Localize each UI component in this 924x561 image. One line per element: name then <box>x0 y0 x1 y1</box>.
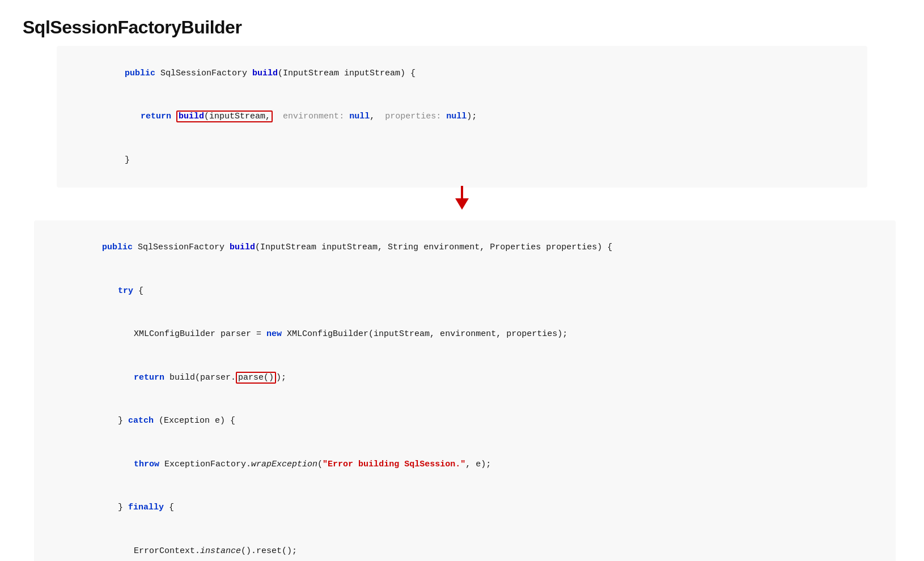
section-title-sqlfactory: SqlSessionFactoryBuilder <box>23 17 901 38</box>
code-line: XMLConfigBuilder parser = new XMLConfigB… <box>45 313 884 356</box>
code-line: } <box>68 138 856 182</box>
code-line: try { <box>45 269 884 313</box>
code-block-1: public SqlSessionFactory build(InputStre… <box>57 46 867 188</box>
code-line: ErrorContext.instance().reset(); <box>45 529 884 561</box>
code-block-2: public SqlSessionFactory build(InputStre… <box>34 220 896 562</box>
code-line: } finally { <box>45 486 884 530</box>
page-container: SqlSessionFactoryBuilder public SqlSessi… <box>23 17 901 561</box>
arrow-down-icon <box>455 198 469 210</box>
code-line: throw ExceptionFactory.wrapException("Er… <box>45 443 884 486</box>
code-line: } catch (Exception e) { <box>45 400 884 443</box>
section-sqlfactory: SqlSessionFactoryBuilder public SqlSessi… <box>23 17 901 561</box>
code-line: public SqlSessionFactory build(InputStre… <box>45 226 884 270</box>
code-line: return build(parser.parse()); <box>45 356 884 400</box>
code-line: public SqlSessionFactory build(InputStre… <box>68 52 856 95</box>
code-line: return build(inputStream, environment: n… <box>68 95 856 139</box>
arrow-1 <box>23 190 901 218</box>
